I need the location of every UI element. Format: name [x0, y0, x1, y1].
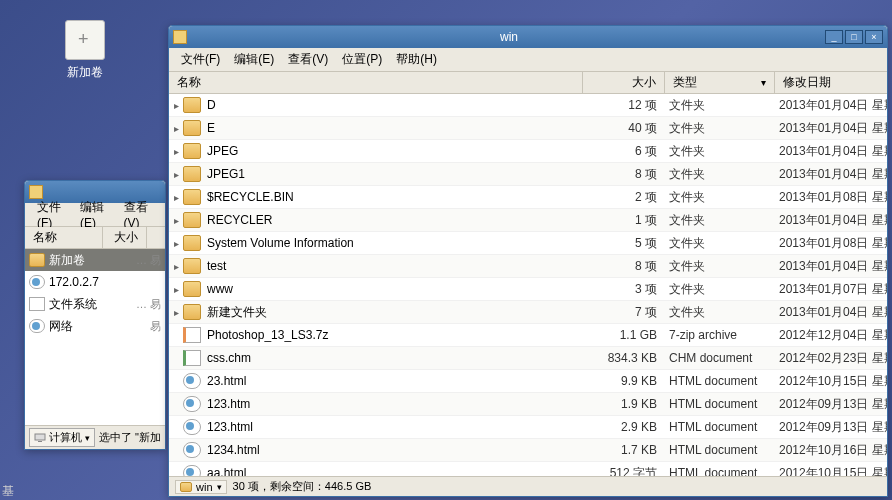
places-window: 文件(F)编辑(E)查看(V) 名称 大小 新加卷… 易172.0.2.7文件系… [24, 180, 166, 450]
col-name[interactable]: 名称 [169, 72, 583, 93]
expand-icon[interactable]: ▸ [169, 307, 183, 318]
folder-icon [180, 482, 192, 492]
file-list: ▸D12 项文件夹2013年01月04日 星期五▸E40 项文件夹2013年01… [169, 94, 887, 476]
table-row[interactable]: 123.htm1.9 KBHTML document2012年09月13日 星期… [169, 393, 887, 416]
file-icon [183, 465, 201, 476]
sidebar-item[interactable]: 172.0.2.7 [25, 271, 165, 293]
col-other[interactable] [147, 227, 165, 248]
titlebar[interactable]: win _ □ × [169, 26, 887, 48]
file-type: HTML document [665, 374, 775, 388]
eject-icon: 易 [150, 319, 161, 334]
file-name: Photoshop_13_LS3.7z [207, 328, 583, 342]
place-icon [29, 319, 45, 333]
col-date[interactable]: 修改日期 [775, 72, 887, 93]
file-size: 1.7 KB [583, 443, 665, 457]
file-date: 2013年01月04日 星期五 [775, 120, 887, 137]
file-name: E [207, 121, 583, 135]
file-date: 2012年09月13日 星期四 [775, 419, 887, 436]
file-icon [183, 258, 201, 274]
file-size: 834.3 KB [583, 351, 665, 365]
file-type: HTML document [665, 466, 775, 476]
column-headers: 名称 大小 类型▾ 修改日期 [169, 72, 887, 94]
file-date: 2013年01月04日 星期五 [775, 212, 887, 229]
file-size: 2.9 KB [583, 420, 665, 434]
drive-icon [65, 20, 105, 60]
table-row[interactable]: aa.html512 字节HTML document2012年10月15日 星期… [169, 462, 887, 476]
table-row[interactable]: ▸JPEG18 项文件夹2013年01月04日 星期五 [169, 163, 887, 186]
expand-icon[interactable]: ▸ [169, 284, 183, 295]
table-row[interactable]: ▸新建文件夹7 项文件夹2013年01月04日 星期五 [169, 301, 887, 324]
maximize-button[interactable]: □ [845, 30, 863, 44]
desktop-volume-icon[interactable]: 新加卷 [55, 20, 115, 81]
status-text: 30 项，剩余空间：446.5 GB [233, 479, 372, 494]
expand-icon[interactable]: ▸ [169, 261, 183, 272]
file-date: 2012年10月16日 星期二 [775, 442, 887, 459]
minimize-button[interactable]: _ [825, 30, 843, 44]
table-row[interactable]: ▸RECYCLER1 项文件夹2013年01月04日 星期五 [169, 209, 887, 232]
expand-icon[interactable]: ▸ [169, 169, 183, 180]
col-size[interactable]: 大小 [583, 72, 665, 93]
menu-item[interactable]: 位置(P) [336, 49, 388, 70]
table-row[interactable]: ▸test8 项文件夹2013年01月04日 星期五 [169, 255, 887, 278]
table-row[interactable]: ▸$RECYCLE.BIN2 项文件夹2013年01月08日 星期二 [169, 186, 887, 209]
eject-icon: … 易 [136, 297, 161, 312]
table-row[interactable]: Photoshop_13_LS3.7z1.1 GB7-zip archive20… [169, 324, 887, 347]
sidebar-item[interactable]: 文件系统… 易 [25, 293, 165, 315]
breadcrumb[interactable]: win ▾ [175, 480, 227, 494]
table-row[interactable]: ▸E40 项文件夹2013年01月04日 星期五 [169, 117, 887, 140]
menu-item[interactable]: 查看(V) [282, 49, 334, 70]
expand-icon[interactable]: ▸ [169, 238, 183, 249]
col-type[interactable]: 类型▾ [665, 72, 775, 93]
file-type: 7-zip archive [665, 328, 775, 342]
table-row[interactable]: css.chm834.3 KBCHM document2012年02月23日 星… [169, 347, 887, 370]
file-type: CHM document [665, 351, 775, 365]
menu-item[interactable]: 文件(F) [175, 49, 226, 70]
file-name: JPEG1 [207, 167, 583, 181]
table-row[interactable]: 23.html9.9 KBHTML document2012年10月15日 星期… [169, 370, 887, 393]
file-icon [183, 120, 201, 136]
table-row[interactable]: 123.html2.9 KBHTML document2012年09月13日 星… [169, 416, 887, 439]
expand-icon[interactable]: ▸ [169, 215, 183, 226]
table-row[interactable]: ▸www3 项文件夹2013年01月07日 星期一 [169, 278, 887, 301]
expand-icon[interactable]: ▸ [169, 100, 183, 111]
col-size[interactable]: 大小 [103, 227, 147, 248]
file-date: 2013年01月04日 星期五 [775, 166, 887, 183]
sidebar-item[interactable]: 网络易 [25, 315, 165, 337]
file-icon [183, 373, 201, 389]
file-date: 2013年01月08日 星期二 [775, 189, 887, 206]
expand-icon[interactable]: ▸ [169, 123, 183, 134]
file-icon [183, 235, 201, 251]
place-icon [29, 275, 45, 289]
expand-icon[interactable]: ▸ [169, 146, 183, 157]
file-date: 2013年01月04日 星期五 [775, 304, 887, 321]
sidebar-item[interactable]: 新加卷… 易 [25, 249, 165, 271]
file-type: 文件夹 [665, 281, 775, 298]
file-name: aa.html [207, 466, 583, 476]
col-name[interactable]: 名称 [25, 227, 103, 248]
menu-item[interactable]: 编辑(E) [228, 49, 280, 70]
file-size: 7 项 [583, 304, 665, 321]
file-size: 1.1 GB [583, 328, 665, 342]
menu-item[interactable]: 帮助(H) [390, 49, 443, 70]
close-button[interactable]: × [865, 30, 883, 44]
file-date: 2013年01月08日 星期二 [775, 235, 887, 252]
file-type: 文件夹 [665, 120, 775, 137]
table-row[interactable]: ▸System Volume Information5 项文件夹2013年01月… [169, 232, 887, 255]
file-size: 9.9 KB [583, 374, 665, 388]
file-icon [183, 442, 201, 458]
table-row[interactable]: 1234.html1.7 KBHTML document2012年10月16日 … [169, 439, 887, 462]
file-name: D [207, 98, 583, 112]
table-row[interactable]: ▸D12 项文件夹2013年01月04日 星期五 [169, 94, 887, 117]
table-row[interactable]: ▸JPEG6 项文件夹2013年01月04日 星期五 [169, 140, 887, 163]
computer-label: 计算机 [49, 430, 82, 445]
file-icon [183, 97, 201, 113]
file-size: 1 项 [583, 212, 665, 229]
file-type: HTML document [665, 420, 775, 434]
file-icon [183, 166, 201, 182]
file-size: 512 字节 [583, 465, 665, 477]
file-type: 文件夹 [665, 166, 775, 183]
computer-button[interactable]: 计算机 ▾ [29, 428, 95, 447]
expand-icon[interactable]: ▸ [169, 192, 183, 203]
sort-arrow-icon: ▾ [761, 77, 766, 88]
status-text: 选中了 "新加 [99, 430, 161, 445]
